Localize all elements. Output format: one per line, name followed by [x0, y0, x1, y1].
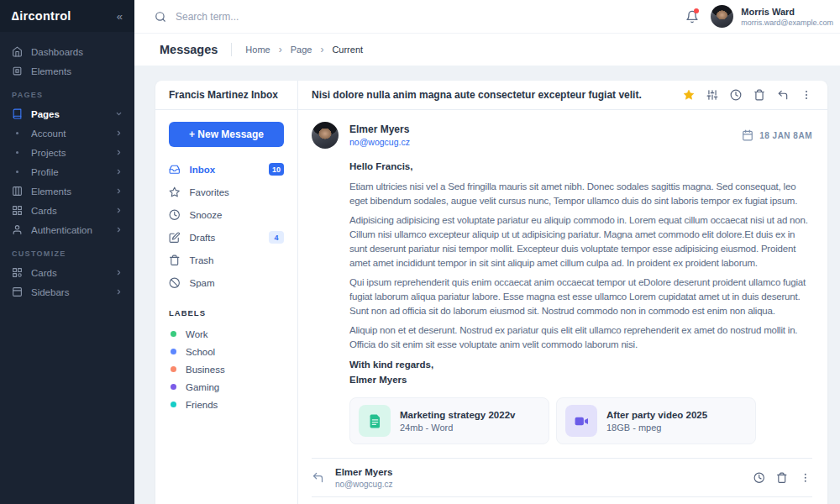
label-name: Business [186, 365, 225, 375]
attachment-video[interactable]: After party video 2025 18GB - mpeg [556, 397, 756, 444]
sidebar-item-projects[interactable]: Projects [0, 143, 134, 162]
sidebar-section-customize: CUSTOMIZE [0, 239, 134, 263]
kebab-menu-icon[interactable] [801, 89, 812, 101]
sidebar-item-label: Dashboards [31, 47, 123, 57]
user-menu[interactable]: Morris Ward morris.ward@example.com [711, 5, 833, 28]
cpu-icon [12, 66, 23, 76]
drafts-count-badge: 4 [269, 231, 284, 244]
sidebar-item-cards[interactable]: Cards [0, 201, 134, 220]
email-closing: With kind regards, Elmer Myers [349, 357, 812, 387]
star-icon[interactable] [683, 89, 695, 101]
sidebar-item-profile[interactable]: Profile [0, 162, 134, 181]
email-paragraph: Aliquip non et et deserunt. Nostrud ex p… [349, 323, 812, 352]
sidebar-item-account[interactable]: Account [0, 123, 134, 143]
sidebar-section-pages: PAGES [0, 81, 134, 104]
book-icon [12, 108, 23, 119]
chevron-right-icon [115, 207, 123, 214]
label-name: Friends [186, 400, 218, 410]
mail-menu-trash[interactable]: Trash [169, 249, 284, 271]
reply-row[interactable]: Elmer Myers no@wogcug.cz [312, 458, 812, 497]
user-icon [12, 224, 23, 235]
sender-email[interactable]: no@wogcug.cz [349, 137, 410, 147]
label-dot-icon [171, 349, 176, 354]
search-icon [155, 11, 166, 23]
label-work[interactable]: Work [169, 325, 284, 343]
attachment-name: After party video 2025 [606, 409, 707, 422]
reply-arrow-icon [312, 471, 324, 484]
mail-menu-label: Spam [190, 278, 215, 288]
search-bar [155, 10, 685, 24]
sidebar-item-label: Account [31, 129, 107, 139]
mail-menu-favorites[interactable]: Favorites [169, 181, 284, 203]
attachment-name: Marketing strategy 2022v [400, 409, 515, 422]
document-icon [367, 413, 383, 429]
chevron-right-icon [115, 288, 123, 296]
new-message-button[interactable]: + New Message [169, 122, 284, 147]
mail-card: Francis Martinez Inbox Nisi dolore nulla… [155, 81, 827, 504]
bullet-dot-icon [16, 171, 18, 173]
grid-dot-icon [12, 267, 23, 278]
email-body: Hello Francis, Etiam ultricies nisi vel … [349, 160, 812, 387]
grid-icon [12, 205, 23, 216]
mail-menu-spam[interactable]: Spam [169, 271, 284, 294]
sidebar-item-elements[interactable]: Elements [0, 61, 134, 81]
sidebar-item-dashboards[interactable]: Dashboards [0, 42, 134, 61]
kebab-menu-icon[interactable] [800, 472, 811, 484]
topbar-right: Morris Ward morris.ward@example.com [685, 5, 833, 28]
snooze-clock-icon[interactable] [730, 89, 742, 101]
snooze-clock-icon[interactable] [753, 472, 765, 484]
chevron-right-icon [115, 168, 123, 176]
email-toolbar: Nisi dolore nulla anim magna aute consec… [298, 81, 827, 110]
trash-icon[interactable] [753, 89, 765, 101]
label-friends[interactable]: Friends [169, 396, 284, 413]
inbox-icon [169, 164, 181, 176]
sidebar-item-pages[interactable]: Pages [0, 104, 134, 123]
mail-menu-snooze[interactable]: Snooze [169, 203, 284, 226]
sidebar-collapse-button[interactable]: « [117, 10, 123, 23]
inbox-count-badge: 10 [269, 163, 284, 176]
label-dot-icon [171, 366, 176, 372]
avatar [312, 122, 339, 149]
sidebar-item-elements-2[interactable]: Elements [0, 181, 134, 201]
email-date: 18 JAN 8AM [742, 129, 812, 141]
label-school[interactable]: School [169, 343, 284, 360]
chevron-right-icon [115, 226, 123, 234]
bullet-dot-icon [16, 151, 18, 154]
attachment-doc[interactable]: Marketing strategy 2022v 24mb - Word [349, 397, 549, 444]
topbar: Morris Ward morris.ward@example.com [134, 0, 840, 34]
calendar-icon [742, 129, 753, 141]
search-input[interactable] [174, 10, 359, 24]
sidebar-item-authentication[interactable]: Authentication [0, 220, 134, 239]
filter-sliders-icon[interactable] [706, 89, 718, 101]
sidebar-item-label: Cards [31, 206, 107, 216]
home-icon [12, 46, 23, 57]
chevron-separator-icon: › [320, 45, 323, 55]
label-gaming[interactable]: Gaming [169, 378, 284, 396]
label-business[interactable]: Business [169, 360, 284, 378]
mail-menu-drafts[interactable]: Drafts 4 [169, 226, 284, 249]
video-icon [574, 413, 590, 429]
chevron-right-icon [115, 149, 123, 156]
label-name: School [186, 347, 215, 357]
label-dot-icon [171, 331, 176, 337]
signature: Elmer Myers [349, 372, 812, 387]
breadcrumb-home[interactable]: Home [245, 45, 270, 55]
divider [231, 43, 232, 56]
attachment-meta: 18GB - mpeg [606, 423, 707, 433]
label-name: Gaming [186, 382, 219, 392]
sidebar-item-label: Pages [31, 109, 107, 119]
layout-icon [12, 286, 23, 297]
breadcrumb-page[interactable]: Page [291, 45, 312, 55]
email-paragraph: Etiam ultricies nisi vel a Sed fringilla… [349, 180, 812, 208]
reply-icon[interactable] [777, 89, 789, 101]
notifications-bell-icon[interactable] [685, 10, 699, 24]
mail-menu-label: Drafts [190, 233, 216, 243]
trash-icon[interactable] [776, 472, 788, 484]
sidebar-item-sidebars[interactable]: Sidebars [0, 282, 134, 302]
label-name: Work [186, 329, 208, 339]
mail-menu-inbox[interactable]: Inbox 10 [169, 158, 284, 181]
chevron-down-icon [115, 110, 123, 118]
sidebar-item-cards-customize[interactable]: Cards [0, 263, 134, 282]
mail-menu-label: Inbox [190, 165, 216, 175]
attachment-meta: 24mb - Word [400, 423, 515, 433]
